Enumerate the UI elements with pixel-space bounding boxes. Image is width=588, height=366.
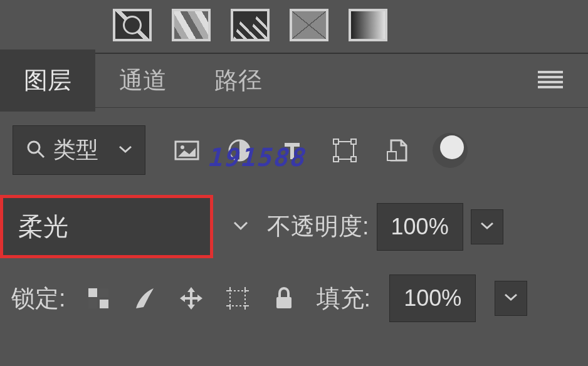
tab-paths[interactable]: 路径 [191, 50, 286, 112]
svg-rect-15 [88, 288, 97, 297]
filter-smartobject-icon[interactable] [384, 137, 411, 164]
svg-rect-14 [387, 152, 396, 160]
svg-rect-11 [351, 139, 356, 144]
search-icon [26, 139, 46, 162]
svg-rect-1 [538, 76, 563, 78]
filter-shape-icon[interactable] [331, 137, 359, 164]
lock-position-icon[interactable] [177, 285, 205, 312]
filter-kind-label: 类型 [53, 135, 98, 165]
svg-rect-2 [538, 81, 563, 83]
svg-point-7 [181, 145, 184, 149]
svg-rect-19 [230, 291, 245, 306]
filter-kind-dropdown[interactable]: 类型 [13, 125, 145, 175]
lock-all-icon[interactable] [270, 285, 298, 312]
svg-rect-12 [333, 157, 339, 162]
tab-channels[interactable]: 通道 [95, 50, 191, 112]
svg-rect-17 [88, 300, 97, 308]
preset-icon-4[interactable] [290, 9, 328, 41]
preset-icon-2[interactable] [172, 9, 211, 41]
fill-value[interactable]: 100% [389, 274, 476, 322]
preset-icon-1[interactable] [113, 9, 152, 41]
chevron-down-icon [118, 145, 132, 156]
fill-label[interactable]: 填充: [317, 283, 371, 315]
svg-line-5 [38, 152, 44, 157]
lock-row: 锁定: [0, 264, 588, 328]
filter-pixel-icon[interactable] [173, 137, 201, 164]
chevron-down-icon[interactable] [233, 221, 248, 233]
lock-image-icon[interactable] [131, 285, 159, 312]
lock-label: 锁定: [11, 283, 66, 315]
svg-rect-18 [100, 300, 108, 308]
svg-rect-3 [538, 86, 563, 88]
opacity-chevron[interactable] [471, 209, 503, 244]
svg-rect-16 [100, 288, 108, 297]
blend-mode-dropdown[interactable]: 柔光 [0, 195, 213, 258]
svg-rect-10 [333, 139, 339, 144]
filter-toggle[interactable] [433, 133, 468, 168]
preset-icon-5[interactable] [349, 9, 387, 41]
panel-menu-icon[interactable] [525, 58, 575, 103]
lock-artboard-icon[interactable] [224, 285, 251, 312]
svg-rect-28 [276, 297, 291, 308]
blend-mode-label: 柔光 [18, 209, 68, 244]
opacity-value[interactable]: 100% [377, 203, 463, 251]
preset-icon-3[interactable] [231, 9, 270, 41]
svg-rect-0 [538, 71, 563, 73]
blend-mode-row: 柔光 不透明度: 100% [0, 189, 588, 264]
panel-tabs: 图层 通道 路径 [0, 54, 588, 108]
gradient-preset-icons [0, 0, 588, 53]
opacity-label[interactable]: 不透明度: [267, 211, 369, 243]
fill-chevron[interactable] [495, 281, 527, 316]
lock-transparency-icon[interactable] [85, 285, 112, 312]
watermark-text: 191588 [207, 143, 305, 172]
svg-rect-13 [351, 157, 356, 162]
svg-point-4 [28, 142, 39, 153]
tab-layers[interactable]: 图层 [0, 50, 95, 112]
